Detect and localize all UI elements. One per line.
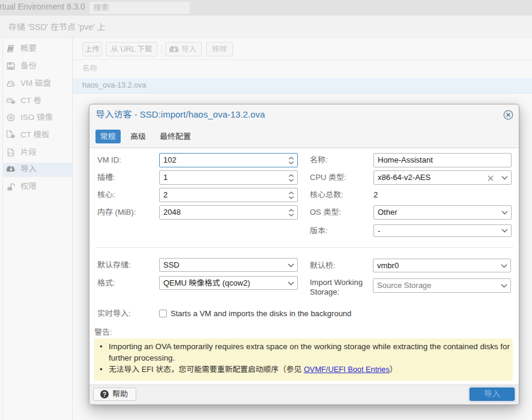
svg-text:?: ?	[103, 391, 106, 398]
